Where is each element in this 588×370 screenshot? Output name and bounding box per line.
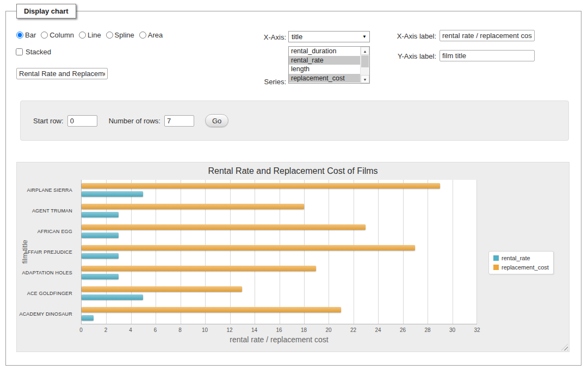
series-option-length[interactable]: length: [289, 65, 360, 74]
bar-rental_rate: [82, 315, 94, 321]
num-rows-input[interactable]: [164, 115, 194, 127]
bar-rental_rate: [82, 274, 119, 279]
legend-swatch: [493, 265, 499, 270]
start-row-label: Start row:: [33, 117, 64, 125]
radio-column[interactable]: [41, 32, 48, 39]
stacked-label: Stacked: [26, 48, 51, 56]
panel-legend: Display chart: [16, 4, 76, 18]
radio-label: Column: [49, 31, 74, 39]
chart-type-option-area[interactable]: Area: [139, 31, 163, 39]
x-tick-label: 22: [350, 327, 356, 333]
chart-type-radios: BarColumnLineSplineArea: [16, 31, 163, 39]
x-tick-label: 8: [178, 327, 182, 333]
x-axis-select-value: title: [292, 33, 302, 41]
resize-handle-icon[interactable]: [561, 344, 568, 350]
chart-panel: Rental Rate and Replacement Cost of Film…: [16, 162, 570, 352]
chart-category-labels: AIRPLANE SIERRAAGENT TRUMANAFRICAN EGGAF…: [17, 180, 77, 324]
category-label: AFRICAN EGG: [17, 221, 72, 242]
radio-label: Line: [88, 31, 101, 39]
series-option-rental_duration[interactable]: rental_duration: [289, 47, 360, 56]
chart-type-option-column[interactable]: Column: [41, 31, 74, 39]
bar-replacement_cost: [82, 245, 415, 250]
x-tick-label: 10: [202, 327, 208, 333]
stacked-checkbox-row[interactable]: Stacked: [16, 48, 51, 56]
bar-replacement_cost: [82, 266, 316, 271]
row-params-panel: Start row: Number of rows: Go: [20, 101, 569, 141]
y-axis-label-label: Y-Axis label:: [357, 52, 436, 60]
scroll-down-icon[interactable]: ▼: [361, 75, 369, 83]
x-axis-select-label: X-Axis:: [228, 33, 286, 41]
radio-label: Bar: [25, 31, 36, 39]
bar-replacement_cost: [82, 183, 440, 189]
x-axis-label-input[interactable]: [440, 30, 535, 41]
stacked-checkbox[interactable]: [16, 48, 23, 55]
category-label: AFFAIR PREJUDICE: [17, 242, 72, 262]
radio-line[interactable]: [79, 32, 86, 39]
radio-area[interactable]: [139, 32, 146, 39]
category-label: ADAPTATION HOLES: [17, 262, 72, 283]
x-tick-label: 26: [400, 327, 406, 333]
x-tick-label: 24: [375, 327, 381, 333]
chart-x-axis-title: rental rate / replacement cost: [81, 335, 477, 344]
series-label: Series:: [228, 78, 286, 86]
x-tick-label: 28: [424, 327, 430, 333]
radio-label: Spline: [115, 31, 134, 39]
chart-type-option-bar[interactable]: Bar: [16, 31, 36, 39]
x-tick-label: 32: [474, 327, 480, 333]
bar-replacement_cost: [82, 307, 341, 312]
x-axis-label-label: X-Axis label:: [357, 32, 436, 40]
legend-entry-rental_rate[interactable]: rental_rate: [493, 255, 549, 261]
go-button[interactable]: Go: [205, 114, 228, 127]
bar-replacement_cost: [82, 204, 304, 209]
radio-bar[interactable]: [16, 32, 23, 39]
x-tick-label: 16: [276, 327, 282, 333]
radio-spline[interactable]: [106, 32, 113, 39]
plot-area: [81, 180, 477, 324]
radio-label: Area: [148, 31, 163, 39]
series-options: rental_durationrental_ratelengthreplacem…: [289, 47, 360, 83]
category-label: AGENT TRUMAN: [17, 200, 72, 221]
x-tick-label: 18: [301, 327, 307, 333]
chart-legend: rental_ratereplacement_cost: [488, 251, 554, 274]
series-option-rental_rate[interactable]: rental_rate: [289, 56, 360, 65]
display-chart-panel: Display chart BarColumnLineSplineArea St…: [5, 11, 581, 366]
x-tick-label: 6: [154, 327, 157, 333]
bar-replacement_cost: [82, 224, 366, 230]
x-tick-label: 14: [251, 327, 257, 333]
legend-swatch: [493, 255, 499, 261]
x-tick-labels: 02468101214161820222426283032: [81, 327, 477, 334]
x-tick-label: 30: [449, 327, 455, 333]
legend-label: rental_rate: [502, 255, 530, 261]
bar-rental_rate: [82, 253, 119, 259]
start-row-input[interactable]: [67, 115, 97, 127]
num-rows-label: Number of rows:: [109, 117, 160, 125]
category-label: AIRPLANE SIERRA: [17, 180, 72, 200]
category-label: ACE GOLDFINGER: [17, 283, 72, 304]
bars: [82, 180, 477, 324]
chart-type-option-line[interactable]: Line: [79, 31, 101, 39]
chart-type-option-spline[interactable]: Spline: [106, 31, 134, 39]
y-axis-label-input[interactable]: [440, 50, 535, 61]
chart-title-input[interactable]: [16, 68, 108, 79]
bar-rental_rate: [82, 191, 143, 197]
x-tick-label: 12: [226, 327, 232, 333]
x-tick-label: 0: [79, 327, 83, 333]
chart-title: Rental Rate and Replacement Cost of Film…: [17, 166, 569, 176]
bar-replacement_cost: [82, 286, 242, 292]
x-tick-label: 4: [129, 327, 132, 333]
legend-entry-replacement_cost[interactable]: replacement_cost: [493, 264, 549, 271]
bar-rental_rate: [82, 233, 119, 238]
x-tick-label: 2: [104, 327, 108, 333]
series-option-replacement_cost[interactable]: replacement_cost: [289, 74, 360, 83]
legend-label: replacement_cost: [502, 264, 549, 271]
bar-rental_rate: [82, 294, 143, 300]
category-label: ACADEMY DINOSAUR: [17, 304, 72, 324]
bar-rental_rate: [82, 212, 119, 217]
x-tick-label: 20: [325, 327, 331, 333]
